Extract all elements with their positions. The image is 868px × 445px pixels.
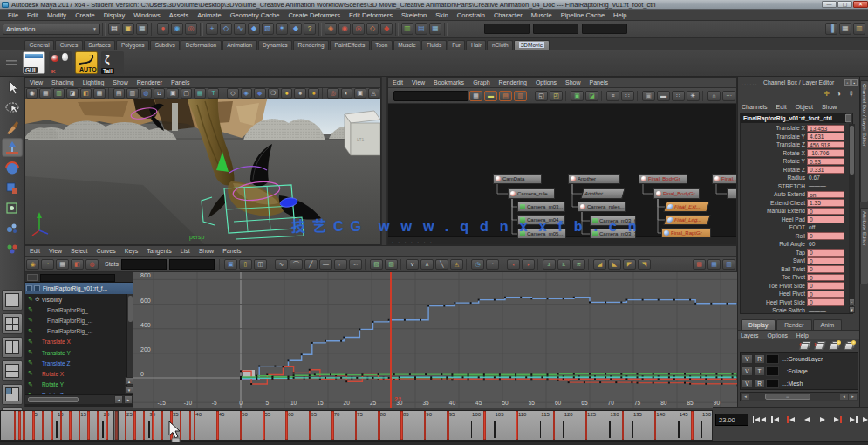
- scroll-right-button2[interactable]: ▸: [849, 394, 857, 400]
- channel-value-field[interactable]: 0: [807, 257, 844, 265]
- menu-set-dropdown[interactable]: Animation ▼: [3, 24, 100, 35]
- layer-display-mode-toggle[interactable]: R: [754, 354, 765, 364]
- shelf-tab-subdivs[interactable]: Subdivs: [150, 40, 180, 50]
- expand-icon[interactable]: ◱: [535, 91, 548, 101]
- shelf-tab-3dmovie[interactable]: 3DMovie: [514, 40, 550, 50]
- rotate-tool[interactable]: [2, 158, 23, 177]
- auto-load-icon[interactable]: ◬: [450, 259, 463, 270]
- layer-display-mode-toggle[interactable]: T: [754, 366, 765, 376]
- channel-value-field[interactable]: 60: [807, 241, 844, 249]
- channel-row-visibility[interactable]: ✎⊖Visibility: [25, 294, 123, 305]
- insert-key-icon[interactable]: ▣: [224, 259, 237, 270]
- scroll-down-button[interactable]: ▾: [849, 306, 855, 313]
- empty-layer-icon[interactable]: [830, 340, 841, 350]
- camera-select-icon[interactable]: ◉: [26, 88, 38, 99]
- close-button[interactable]: ✕: [853, 1, 868, 8]
- input-connections-icon[interactable]: ▬: [484, 91, 497, 101]
- menu-create-deformers[interactable]: Create Deformers: [284, 11, 345, 19]
- frame-hierarchy-icon[interactable]: ▬: [657, 91, 670, 101]
- menu-panels[interactable]: Panels: [585, 79, 612, 86]
- layer-row--groundlayer[interactable]: VR...:GroundLayer: [742, 353, 857, 365]
- current-time-field[interactable]: 23.00: [715, 414, 748, 426]
- snap-point-icon[interactable]: ◎: [352, 23, 365, 35]
- use-lights-icon[interactable]: ❍: [268, 88, 279, 99]
- graph-editor-plot[interactable]: 8006004002000-15-10-50510152025303540455…: [133, 272, 738, 408]
- frame-branch-icon[interactable]: ▣: [642, 91, 655, 101]
- menu-options[interactable]: Options: [764, 332, 793, 339]
- field-chart-icon[interactable]: ◘: [154, 88, 165, 99]
- mask-render-icon[interactable]: ◆: [290, 23, 302, 35]
- minimize-button[interactable]: —: [822, 1, 837, 8]
- play-forwards-button[interactable]: [816, 413, 829, 427]
- node-camera-rule-[interactable]: Camera_rule...: [508, 188, 555, 199]
- two-panes-icon[interactable]: ◧: [80, 88, 92, 99]
- exposure-icon[interactable]: ▣: [354, 88, 366, 99]
- open-trax-icon[interactable]: ▦: [707, 259, 721, 270]
- mask-dynamics-icon[interactable]: ✶: [276, 23, 288, 35]
- gate-mask-icon[interactable]: ◍: [140, 88, 152, 99]
- node-camera-m03-[interactable]: Camera_m03...: [517, 202, 565, 212]
- render-ipr-icon[interactable]: ▤: [415, 23, 427, 35]
- channel-value-field[interactable]: 0: [807, 232, 844, 240]
- menu-help[interactable]: Help: [794, 332, 815, 339]
- node-camera-rules-[interactable]: Camera_rules...: [578, 202, 626, 212]
- scroll-right-button[interactable]: ▸: [124, 395, 133, 404]
- layer-visibility-toggle[interactable]: V: [742, 354, 753, 364]
- layout-persp-graph-button[interactable]: [2, 360, 23, 381]
- next-key-button[interactable]: [847, 413, 860, 427]
- scroll-up-button[interactable]: ▴: [125, 377, 133, 385]
- gamma-icon[interactable]: ◬: [368, 88, 379, 99]
- scroll-left-button[interactable]: ◂: [742, 394, 749, 400]
- pencil-icon[interactable]: ✎: [844, 87, 858, 101]
- menu-edit[interactable]: Edit: [25, 248, 44, 254]
- menu-constrain[interactable]: Constrain: [453, 11, 489, 19]
- manipulator-axis-icon[interactable]: ✛: [822, 89, 831, 99]
- shelf-tab-toon[interactable]: Toon: [371, 40, 393, 50]
- menu-renderer[interactable]: Renderer: [133, 79, 167, 86]
- menu-pipeline-cache[interactable]: Pipeline Cache: [557, 11, 609, 19]
- menu-list[interactable]: List: [176, 248, 195, 254]
- menu-edit-deformers[interactable]: Edit Deformers: [345, 11, 397, 19]
- scale-tool[interactable]: [2, 178, 23, 197]
- layer-scrollbar[interactable]: ◂ ═ ◂ ▸: [740, 392, 858, 401]
- baked-icon[interactable]: ◢: [593, 259, 606, 270]
- time-snap-icon[interactable]: ◷: [471, 259, 484, 270]
- channel-value-field[interactable]: ———: [807, 182, 844, 190]
- time-slider[interactable]: 5101520253035404550556065707580859095100…: [0, 410, 713, 441]
- move-layer-down-icon[interactable]: ›: [815, 340, 826, 350]
- image-plane-icon[interactable]: ◪: [66, 88, 78, 99]
- menu-file[interactable]: File: [3, 11, 23, 19]
- buffer-snap-icon[interactable]: ▧: [370, 259, 383, 270]
- mask-deform-icon[interactable]: ▧: [262, 23, 274, 35]
- save-scene-icon[interactable]: ▦: [136, 23, 148, 35]
- snap-grid-icon[interactable]: ◈: [325, 23, 337, 35]
- play-backwards-button[interactable]: [800, 413, 813, 427]
- shelf-tab-hair[interactable]: Hair: [466, 40, 486, 50]
- layer-tab-display[interactable]: Display: [741, 319, 776, 330]
- select-tool[interactable]: [2, 78, 23, 97]
- render-settings-icon[interactable]: ▦: [429, 23, 441, 35]
- shelf-menu-grip[interactable]: [2, 51, 21, 74]
- layer-color-swatch[interactable]: [766, 354, 779, 364]
- panel-float-icon[interactable]: ▫: [844, 79, 851, 86]
- universal-manip-tool[interactable]: [2, 198, 23, 217]
- menu-create[interactable]: Create: [71, 11, 99, 19]
- toggle-channelbox-icon[interactable]: ▥: [853, 23, 865, 35]
- output-connections-icon[interactable]: ▤: [499, 91, 512, 101]
- channel-value-field[interactable]: 0: [807, 274, 844, 282]
- res-gate-icon[interactable]: ▥: [126, 88, 138, 99]
- move-tool[interactable]: [2, 138, 23, 157]
- scroll-down-button[interactable]: ▾: [125, 386, 133, 394]
- soft-mod-tool[interactable]: [2, 218, 23, 237]
- unify-tangent-icon[interactable]: ∧: [420, 259, 434, 270]
- channel-value-field[interactable]: 1.35: [807, 199, 844, 207]
- render-current-icon[interactable]: ▥: [401, 23, 413, 35]
- snap-magnet-icon[interactable]: ◆: [380, 23, 393, 35]
- shelf-tab-muscle[interactable]: Muscle: [393, 40, 421, 50]
- menu-modify[interactable]: Modify: [43, 11, 71, 19]
- lasso-tool[interactable]: [2, 98, 23, 117]
- break-tangent-icon[interactable]: ∨: [406, 259, 419, 270]
- linear-tangent-icon[interactable]: ╱: [304, 259, 318, 270]
- shelf-tab-animation[interactable]: Animation: [222, 40, 257, 50]
- menu-keys[interactable]: Keys: [120, 248, 143, 254]
